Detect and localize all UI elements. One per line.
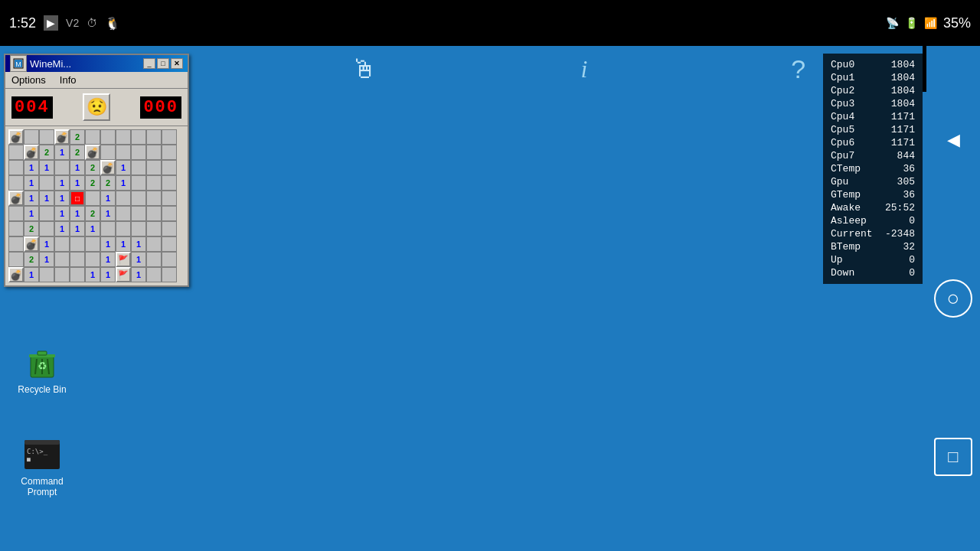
cell[interactable]: 1: [24, 267, 39, 282]
cell[interactable]: 2: [85, 206, 100, 221]
mine-grid[interactable]: 💣 💣 2 💣 2 1 2 💣: [5, 126, 188, 285]
cell[interactable]: 1: [24, 191, 39, 206]
cell[interactable]: [146, 252, 162, 267]
cell[interactable]: [39, 206, 54, 221]
recycle-bin-icon[interactable]: ♻ Recycle Bin: [11, 344, 73, 395]
cell[interactable]: [146, 145, 162, 160]
cell[interactable]: 1: [116, 175, 131, 191]
cell[interactable]: [100, 145, 116, 160]
cell[interactable]: 1: [85, 221, 100, 236]
cell[interactable]: 2: [39, 145, 54, 160]
cell[interactable]: 2: [70, 145, 85, 160]
cell[interactable]: 1: [54, 145, 70, 160]
cell[interactable]: [39, 129, 54, 145]
cell[interactable]: 1: [70, 221, 85, 236]
cell[interactable]: 1: [100, 206, 116, 221]
cell[interactable]: [116, 129, 131, 145]
cell[interactable]: [100, 129, 116, 145]
cell[interactable]: [8, 221, 24, 236]
cell[interactable]: [116, 145, 131, 160]
cell[interactable]: [54, 267, 70, 282]
cell[interactable]: 1: [100, 252, 116, 267]
cell[interactable]: [162, 252, 177, 267]
cell[interactable]: 1: [70, 160, 85, 175]
cell[interactable]: [162, 221, 177, 236]
cell[interactable]: [131, 206, 146, 221]
cell[interactable]: [162, 145, 177, 160]
cell-flag2[interactable]: 🚩: [116, 267, 131, 282]
cell[interactable]: 1: [116, 160, 131, 175]
cell[interactable]: 1: [39, 236, 54, 252]
cell[interactable]: 1: [100, 191, 116, 206]
cell[interactable]: [85, 236, 100, 252]
cell[interactable]: [146, 160, 162, 175]
cell[interactable]: [146, 129, 162, 145]
cell[interactable]: 1: [24, 206, 39, 221]
cell[interactable]: 1: [100, 267, 116, 282]
cell[interactable]: [39, 221, 54, 236]
cell[interactable]: 1: [70, 175, 85, 191]
cell[interactable]: [162, 175, 177, 191]
cell[interactable]: [131, 129, 146, 145]
cell[interactable]: 1: [131, 236, 146, 252]
back-button[interactable]: ◀: [934, 121, 972, 159]
cell[interactable]: 1: [70, 206, 85, 221]
cell[interactable]: [70, 267, 85, 282]
mouse-icon[interactable]: 🖱: [351, 54, 377, 84]
cell[interactable]: 2: [100, 175, 116, 191]
cell[interactable]: 💣: [24, 145, 39, 160]
cell[interactable]: 1: [85, 267, 100, 282]
help-icon[interactable]: ?: [791, 54, 805, 84]
cell[interactable]: [39, 175, 54, 191]
cell[interactable]: [146, 221, 162, 236]
cell[interactable]: 1: [131, 252, 146, 267]
command-prompt-icon[interactable]: C:\>_ ■ Command Prompt: [11, 436, 73, 497]
cell[interactable]: 💣: [8, 129, 24, 145]
cell[interactable]: [8, 175, 24, 191]
cell[interactable]: [131, 191, 146, 206]
cell[interactable]: [131, 175, 146, 191]
cell[interactable]: 2: [85, 160, 100, 175]
cell[interactable]: [146, 236, 162, 252]
info-icon[interactable]: i: [580, 55, 587, 83]
cell[interactable]: 1: [39, 191, 54, 206]
smiley-button[interactable]: 😟: [83, 93, 110, 121]
cell[interactable]: [162, 206, 177, 221]
home-button[interactable]: ○: [934, 279, 972, 318]
cell[interactable]: [24, 129, 39, 145]
cell[interactable]: [162, 191, 177, 206]
cell[interactable]: [85, 252, 100, 267]
minimize-button[interactable]: _: [143, 58, 155, 69]
cell[interactable]: 💣: [24, 236, 39, 252]
cell[interactable]: 1: [54, 175, 70, 191]
cell[interactable]: [116, 206, 131, 221]
cell-active[interactable]: □: [70, 191, 85, 206]
cell[interactable]: [100, 221, 116, 236]
cell[interactable]: [85, 129, 100, 145]
cell[interactable]: 1: [24, 175, 39, 191]
cell[interactable]: 2: [24, 252, 39, 267]
cell[interactable]: [162, 267, 177, 282]
cell[interactable]: 1: [54, 206, 70, 221]
maximize-button[interactable]: □: [157, 58, 169, 69]
cell[interactable]: 1: [100, 236, 116, 252]
cell[interactable]: 1: [116, 236, 131, 252]
cell[interactable]: 💣: [8, 191, 24, 206]
cell[interactable]: [39, 267, 54, 282]
cell[interactable]: [162, 236, 177, 252]
cell[interactable]: [85, 191, 100, 206]
cell[interactable]: 💣: [54, 129, 70, 145]
cell[interactable]: [162, 160, 177, 175]
cell[interactable]: [70, 252, 85, 267]
cell[interactable]: [146, 267, 162, 282]
info-menu[interactable]: Info: [57, 73, 80, 86]
options-menu[interactable]: Options: [8, 73, 49, 86]
cell[interactable]: 2: [85, 175, 100, 191]
cell[interactable]: [8, 160, 24, 175]
cell[interactable]: 1: [131, 267, 146, 282]
cell[interactable]: [146, 191, 162, 206]
cell[interactable]: [8, 206, 24, 221]
cell[interactable]: 1: [24, 160, 39, 175]
cell[interactable]: [8, 252, 24, 267]
cell[interactable]: 1: [39, 252, 54, 267]
